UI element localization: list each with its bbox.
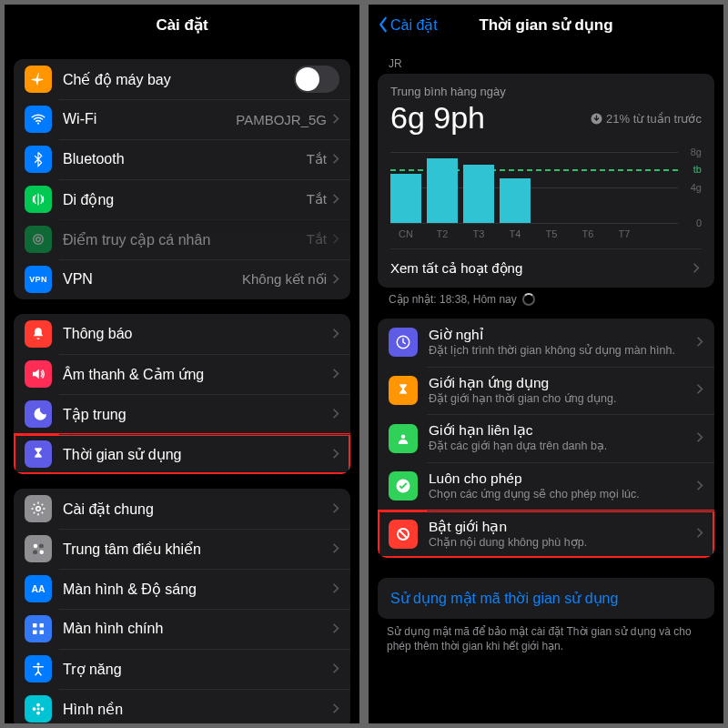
svg-point-4: [34, 544, 38, 549]
svg-point-21: [401, 434, 406, 439]
option-title: Giới hạn liên lạc: [429, 422, 691, 439]
chevron-right-icon: [696, 382, 703, 398]
chevron-right-icon: [332, 112, 339, 127]
settings-row-grid[interactable]: Màn hình chính: [14, 609, 350, 649]
row-label: Thời gian sử dụng: [63, 446, 332, 463]
option-desc: Đặt giới hạn thời gian cho ứng dụng.: [429, 392, 691, 407]
chevron-right-icon: [332, 192, 339, 207]
chevron-right-icon: [332, 702, 339, 717]
chevron-right-icon: [332, 662, 339, 677]
moon-icon: [25, 400, 52, 428]
back-button[interactable]: Cài đặt: [378, 16, 438, 34]
option-desc: Đặt các giới hạn dựa trên danh bạ.: [429, 440, 691, 454]
downtime-icon: [389, 328, 418, 357]
row-label: Thông báo: [63, 326, 332, 342]
option-hourglass[interactable]: Giới hạn ứng dụngĐặt giới hạn thời gian …: [378, 367, 714, 415]
cellular-icon: [25, 186, 52, 213]
svg-text:AA: AA: [31, 583, 46, 594]
option-desc: Chọn các ứng dụng sẽ cho phép mọi lúc.: [429, 488, 691, 502]
back-label: Cài đặt: [390, 16, 438, 34]
settings-row-bluetooth[interactable]: BluetoothTắt: [14, 139, 350, 179]
svg-point-16: [36, 712, 40, 715]
svg-point-1: [36, 238, 41, 242]
settings-row-bell[interactable]: Thông báo: [14, 314, 350, 354]
row-label: Màn hình chính: [63, 621, 332, 637]
option-title: Bật giới hạn: [429, 519, 691, 535]
row-label: Cài đặt chung: [63, 500, 332, 518]
svg-point-13: [37, 662, 40, 665]
svg-rect-5: [39, 544, 44, 549]
option-contact[interactable]: Giới hạn liên lạcĐặt các giới hạn dựa tr…: [378, 414, 714, 462]
row-label: Trung tâm điều khiển: [63, 541, 332, 558]
chevron-right-icon: [332, 407, 339, 422]
nav-bar: Cài đặt Thời gian sử dụng: [369, 5, 723, 45]
chevron-right-icon: [332, 327, 339, 342]
toggle-switch[interactable]: [294, 66, 339, 93]
chevron-right-icon: [696, 526, 703, 541]
svg-rect-9: [33, 623, 37, 628]
contact-icon: [389, 424, 418, 453]
option-title: Giờ nghỉ: [429, 327, 691, 343]
chevron-right-icon: [332, 622, 339, 637]
option-desc: Chặn nội dung không phù hợp.: [429, 536, 691, 551]
svg-point-0: [37, 122, 39, 124]
svg-rect-12: [40, 631, 45, 635]
settings-row-access[interactable]: Trợ năng: [14, 649, 350, 689]
usage-summary-card[interactable]: Trung bình hàng ngày 6g 9ph 21% từ tuần …: [378, 74, 714, 288]
bluetooth-icon: [25, 146, 52, 173]
chevron-right-icon: [332, 272, 339, 288]
chevron-right-icon: [332, 152, 339, 167]
nav-bar: Cài đặt: [5, 5, 359, 45]
option-downtime[interactable]: Giờ nghỉĐặt lịch trình thời gian không s…: [378, 318, 714, 367]
settings-row-control[interactable]: Trung tâm điều khiển: [14, 529, 350, 569]
hourglass-icon: [389, 376, 418, 405]
wifi-icon: [25, 106, 52, 133]
settings-row-wifi[interactable]: Wi-FiPAMBOJR_5G: [14, 99, 350, 139]
chevron-right-icon: [332, 581, 339, 597]
settings-row-sound[interactable]: Âm thanh & Cảm ứng: [14, 354, 350, 394]
settings-row-vpn[interactable]: VPNVPNKhông kết nối: [14, 259, 350, 299]
chevron-right-icon: [332, 501, 339, 517]
hotspot-icon: [25, 226, 52, 253]
svg-rect-10: [40, 623, 45, 628]
page-title: Thời gian sử dụng: [479, 15, 612, 35]
flower-icon: [25, 695, 52, 723]
see-all-activity[interactable]: Xem tất cả hoạt động: [390, 248, 702, 288]
settings-row-aa[interactable]: AAMàn hình & Độ sáng: [14, 569, 350, 609]
chevron-right-icon: [693, 261, 700, 277]
settings-row-moon[interactable]: Tập trung: [14, 394, 350, 434]
svg-point-7: [40, 551, 45, 555]
row-detail: Không kết nối: [242, 271, 327, 288]
chevron-right-icon: [696, 335, 703, 350]
access-icon: [25, 655, 52, 682]
settings-group-connectivity: Chế độ máy bayWi-FiPAMBOJR_5GBluetoothTắ…: [14, 59, 350, 299]
control-icon: [25, 535, 52, 562]
svg-point-18: [41, 707, 45, 711]
svg-rect-11: [33, 631, 37, 635]
settings-row-hotspot[interactable]: Điểm truy cập cá nhânTắt: [14, 219, 350, 259]
row-label: Hình nền: [63, 701, 332, 718]
row-detail: Tắt: [307, 231, 327, 248]
option-title: Luôn cho phép: [429, 470, 691, 487]
chevron-right-icon: [696, 479, 703, 494]
row-label: Màn hình & Độ sáng: [63, 581, 332, 598]
chevron-right-icon: [332, 232, 339, 248]
svg-point-14: [37, 708, 40, 711]
spinner-icon: [522, 293, 535, 306]
svg-rect-6: [33, 551, 37, 555]
gear-icon: [25, 495, 52, 522]
settings-row-gear[interactable]: Cài đặt chung: [14, 489, 350, 529]
settings-row-airplane[interactable]: Chế độ máy bay: [14, 59, 350, 99]
use-passcode-button[interactable]: Sử dụng mật mã thời gian sử dụng: [378, 578, 714, 619]
option-block[interactable]: Bật giới hạnChặn nội dung không phù hợp.: [378, 511, 714, 559]
option-check[interactable]: Luôn cho phépChọn các ứng dụng sẽ cho ph…: [378, 462, 714, 511]
usage-chart: 8g4g0tbCNT2T3T4T5T6T7: [390, 152, 702, 239]
sound-icon: [25, 360, 52, 388]
airplane-icon: [25, 66, 52, 93]
vpn-icon: VPN: [25, 266, 52, 293]
settings-row-cellular[interactable]: Di độngTắt: [14, 179, 350, 219]
row-label: Điểm truy cập cá nhân: [63, 231, 307, 248]
trend-text: 21% từ tuần trước: [591, 112, 702, 126]
settings-row-hourglass[interactable]: Thời gian sử dụng: [14, 434, 350, 474]
settings-row-flower[interactable]: Hình nền: [14, 689, 350, 723]
